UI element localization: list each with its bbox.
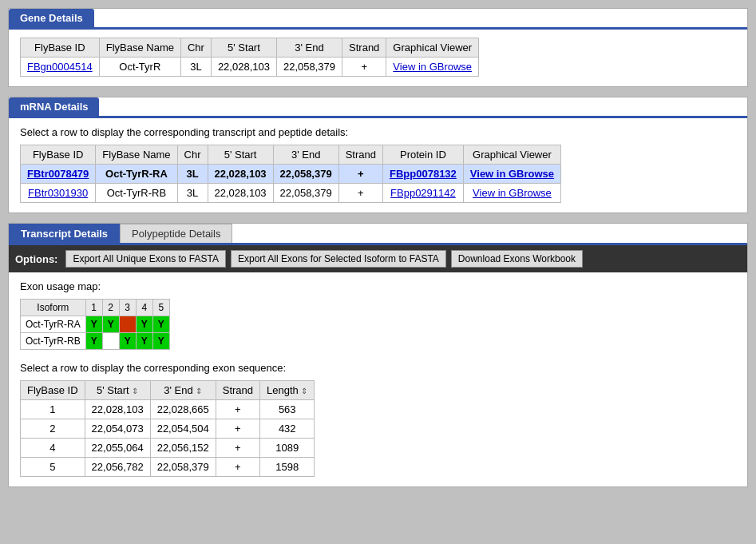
gene-3end: 22,058,379: [276, 58, 342, 77]
mrna-details-table: FlyBase ID FlyBase Name Chr 5' Start 3' …: [20, 145, 561, 203]
col-strand: Strand: [342, 38, 386, 58]
gene-flybase-id-link[interactable]: FBgn0004514: [27, 61, 93, 73]
mrna-table-header-row: FlyBase ID FlyBase Name Chr 5' Start 3' …: [21, 145, 561, 165]
mrna-strand-cell: +: [338, 184, 382, 203]
exon-5start-cell: 22,056,782: [85, 458, 150, 477]
mrna-col-chr: Chr: [177, 145, 208, 165]
gene-viewer: View in GBrowse: [386, 58, 479, 77]
exon-num-1: 1: [85, 300, 102, 316]
sort-icon-5start[interactable]: ⇕: [132, 387, 138, 395]
exon-seq-row[interactable]: 5 22,056,782 22,058,379 + 1598: [21, 458, 315, 477]
mrna-col-viewer: Graphical Viewer: [463, 145, 560, 165]
mrna-col-strand: Strand: [338, 145, 382, 165]
isoform-col-header: Isoform: [21, 300, 86, 316]
exon-3end-cell: 22,058,379: [150, 458, 216, 477]
exon-strand-cell: +: [216, 439, 259, 458]
sort-icon-length[interactable]: ⇕: [301, 387, 307, 395]
mrna-name-cell: Oct-TyrR-RB: [96, 184, 177, 203]
exon-3end-cell: 22,054,504: [150, 419, 216, 439]
download-workbook-btn[interactable]: Download Exons Workbook: [451, 250, 583, 268]
mrna-details-header-row: mRNA Details: [9, 97, 747, 116]
exon-3end-cell: 22,028,665: [150, 400, 216, 419]
gene-viewer-link[interactable]: View in GBrowse: [393, 61, 472, 73]
exon-seq-row[interactable]: 4 22,055,064 22,056,152 + 1089: [21, 439, 315, 458]
gene-flybase-name: Oct-TyrR: [99, 58, 180, 77]
gene-details-section: Gene Details FlyBase ID FlyBase Name Chr…: [8, 8, 748, 87]
mrna-description: Select a row to display the correspondin…: [20, 126, 736, 138]
exon-num-5: 5: [152, 300, 169, 316]
mrna-col-flybase-name: FlyBase Name: [96, 145, 177, 165]
gene-details-content: FlyBase ID FlyBase Name Chr 5' Start 3' …: [9, 30, 747, 86]
gene-details-title: Gene Details: [9, 9, 94, 27]
exon-seq-row[interactable]: 1 22,028,103 22,028,665 + 563: [21, 400, 315, 419]
exon-cell-1-2: Y: [119, 333, 136, 350]
mrna-5start-cell: 22,028,103: [208, 184, 273, 203]
exon-cell-0-3: Y: [136, 316, 152, 333]
export-selected-exons-btn[interactable]: Export All Exons for Selected Isoform to…: [231, 250, 446, 268]
exon-col-5start: 5' Start ⇕: [85, 381, 150, 400]
exon-cell-1-3: Y: [136, 333, 152, 350]
mrna-id-cell: FBtr0301930: [21, 184, 96, 203]
mrna-details-content: Select a row to display the correspondin…: [9, 118, 747, 212]
mrna-col-flybase-id: FlyBase ID: [21, 145, 96, 165]
gene-table-header-row: FlyBase ID FlyBase Name Chr 5' Start 3' …: [21, 38, 479, 58]
exon-col-length: Length ⇕: [260, 381, 315, 400]
exon-map-isoform-row: Oct-TyrR-RAYYYY: [21, 316, 170, 333]
gene-details-header-row: Gene Details: [9, 9, 747, 27]
exon-num-2: 2: [102, 300, 119, 316]
exon-sequence-table: FlyBase ID 5' Start ⇕ 3' End ⇕ Strand Le…: [20, 380, 315, 477]
transcript-section: Transcript Details Polypeptide Details O…: [8, 223, 748, 487]
exon-map-header-row: Isoform12345: [21, 300, 170, 316]
exon-cell-0-2: [119, 316, 136, 333]
exon-map-label: Exon usage map:: [20, 280, 736, 292]
options-label: Options:: [15, 253, 57, 265]
mrna-col-3end: 3' End: [273, 145, 338, 165]
gene-strand: +: [342, 58, 386, 77]
exon-map-isoform-row: Oct-TyrR-RBYYYY: [21, 333, 170, 350]
mrna-5start-cell: 22,028,103: [208, 165, 273, 184]
mrna-protein-id-cell: FBpp0078132: [383, 165, 464, 184]
mrna-chr-cell: 3L: [177, 165, 208, 184]
exon-cell-0-0: Y: [85, 316, 102, 333]
exon-length-cell: 563: [260, 400, 315, 419]
exon-col-strand: Strand: [216, 381, 259, 400]
exon-length-cell: 432: [260, 419, 315, 439]
exon-map-table: Isoform12345Oct-TyrR-RAYYYYOct-TyrR-RBYY…: [20, 299, 170, 350]
mrna-viewer-link[interactable]: View in GBrowse: [470, 168, 554, 180]
mrna-table-row[interactable]: FBtr0078479 Oct-TyrR-RA 3L 22,028,103 22…: [21, 165, 561, 184]
exon-strand-cell: +: [216, 458, 259, 477]
mrna-id-cell: FBtr0078479: [21, 165, 96, 184]
tab-polypeptide-details[interactable]: Polypeptide Details: [120, 224, 232, 243]
mrna-3end-cell: 22,058,379: [273, 184, 338, 203]
tab-transcript-details[interactable]: Transcript Details: [9, 224, 120, 243]
mrna-details-title: mRNA Details: [9, 97, 99, 116]
mrna-flybase-id-link[interactable]: FBtr0301930: [28, 187, 88, 199]
mrna-flybase-id-link[interactable]: FBtr0078479: [27, 168, 89, 180]
mrna-viewer-cell: View in GBrowse: [463, 184, 560, 203]
exon-cell-0-1: Y: [102, 316, 119, 333]
mrna-table-row[interactable]: FBtr0301930 Oct-TyrR-RB 3L 22,028,103 22…: [21, 184, 561, 203]
mrna-col-protein-id: Protein ID: [383, 145, 464, 165]
gene-5start: 22,028,103: [211, 58, 276, 77]
col-graphical-viewer: Graphical Viewer: [386, 38, 479, 58]
exon-col-3end: 3' End ⇕: [150, 381, 216, 400]
exon-strand-cell: +: [216, 400, 259, 419]
exon-cell-1-0: Y: [85, 333, 102, 350]
exon-seq-label: Select a row to display the correspondin…: [20, 362, 736, 374]
col-chr: Chr: [180, 38, 211, 58]
mrna-protein-link[interactable]: FBpp0078132: [390, 168, 457, 180]
exon-length-cell: 1598: [260, 458, 315, 477]
exon-length-cell: 1089: [260, 439, 315, 458]
mrna-col-5start: 5' Start: [208, 145, 273, 165]
mrna-protein-link[interactable]: FBpp0291142: [390, 187, 456, 199]
mrna-chr-cell: 3L: [177, 184, 208, 203]
sort-icon-3end[interactable]: ⇕: [196, 387, 202, 395]
mrna-viewer-link[interactable]: View in GBrowse: [473, 187, 552, 199]
export-unique-exons-btn[interactable]: Export All Unique Exons to FASTA: [65, 250, 226, 268]
exon-seq-row[interactable]: 2 22,054,073 22,054,504 + 432: [21, 419, 315, 439]
options-bar: Options: Export All Unique Exons to FAST…: [9, 245, 747, 272]
mrna-details-section: mRNA Details Select a row to display the…: [8, 97, 748, 213]
gene-details-table: FlyBase ID FlyBase Name Chr 5' Start 3' …: [20, 38, 479, 77]
exon-cell-1-1: [102, 333, 119, 350]
col-flybase-id: FlyBase ID: [21, 38, 100, 58]
